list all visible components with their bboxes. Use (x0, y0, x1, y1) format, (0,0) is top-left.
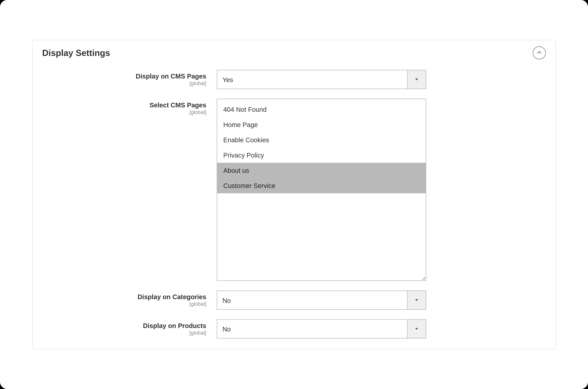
svg-marker-1 (415, 299, 418, 301)
multiselect-cms-pages[interactable]: 404 Not FoundHome PageEnable CookiesPriv… (217, 98, 426, 281)
label-display-categories: Display on Categories (42, 293, 206, 301)
caret-down-icon (414, 75, 419, 83)
inner-scale-wrap: Display Settings Display on CMS Pages [g… (32, 40, 556, 349)
select-caret-button[interactable] (407, 70, 426, 89)
stage: Display Settings Display on CMS Pages [g… (0, 0, 588, 389)
multiselect-option[interactable]: Home Page (217, 117, 426, 132)
multiselect-option[interactable]: Enable Cookies (217, 132, 426, 147)
select-value: No (217, 291, 407, 310)
label-col: Select CMS Pages [global] (42, 98, 217, 115)
select-caret-button[interactable] (407, 291, 426, 310)
multiselect-option[interactable]: Customer Service (217, 178, 426, 193)
panel-title: Display Settings (42, 48, 110, 58)
caret-down-icon (414, 296, 419, 304)
select-value: No (217, 319, 407, 338)
panel-header: Display Settings (33, 40, 555, 62)
select-display-cms[interactable]: Yes (217, 70, 426, 89)
scope-label: [global] (42, 301, 206, 307)
select-display-categories[interactable]: No (217, 291, 426, 310)
control-col: No (217, 319, 426, 338)
select-caret-button[interactable] (407, 319, 426, 338)
svg-marker-2 (415, 328, 418, 330)
svg-marker-0 (415, 79, 418, 80)
label-col: Display on CMS Pages [global] (42, 70, 217, 86)
select-value: Yes (217, 70, 407, 89)
label-col: Display on Products [global] (42, 319, 217, 336)
multiselect-option[interactable]: Privacy Policy (217, 147, 426, 162)
scope-label: [global] (42, 109, 206, 115)
multiselect-option[interactable]: About us (217, 162, 426, 178)
control-col: No (217, 291, 426, 310)
row-display-categories: Display on Categories [global] No (42, 291, 546, 310)
row-select-cms: Select CMS Pages [global] 404 Not FoundH… (42, 98, 546, 281)
row-display-cms: Display on CMS Pages [global] Yes (42, 70, 546, 89)
control-col: Yes (217, 70, 426, 89)
row-display-products: Display on Products [global] No (42, 319, 546, 338)
select-display-products[interactable]: No (217, 319, 426, 338)
label-select-cms: Select CMS Pages (42, 101, 206, 109)
label-display-products: Display on Products (42, 322, 206, 330)
scope-label: [global] (42, 80, 206, 86)
chevron-up-icon (537, 49, 542, 57)
label-col: Display on Categories [global] (42, 291, 217, 307)
collapse-button[interactable] (533, 46, 546, 59)
control-col: 404 Not FoundHome PageEnable CookiesPriv… (217, 98, 426, 281)
panel-body: Display on CMS Pages [global] Yes (33, 62, 555, 349)
display-settings-panel: Display Settings Display on CMS Pages [g… (32, 40, 556, 349)
multiselect-option[interactable]: 404 Not Found (217, 102, 426, 117)
caret-down-icon (414, 325, 419, 333)
scope-label: [global] (42, 330, 206, 336)
label-display-cms: Display on CMS Pages (42, 72, 206, 80)
